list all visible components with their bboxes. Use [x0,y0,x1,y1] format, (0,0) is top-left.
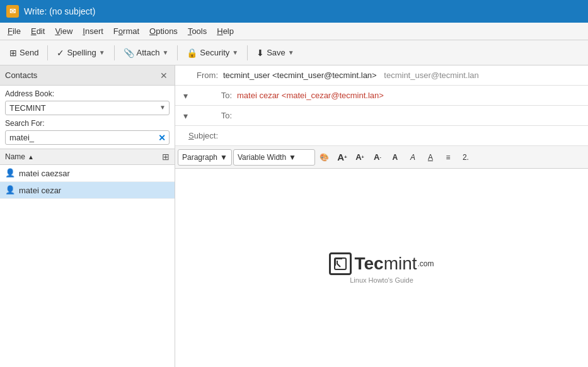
attach-dropdown-arrow: ▼ [162,49,168,56]
logo-tec: Tec [354,254,383,274]
send-button[interactable]: ⊞ Send [4,43,44,62]
numbered-list-button[interactable]: 2. [458,149,474,166]
contacts-sidebar: Contacts ✕ Address Book: TECMINT Search … [0,65,175,367]
sidebar-title: Contacts [5,71,37,80]
window-title: Write: (no subject) [24,6,95,16]
svg-rect-0 [335,258,346,269]
format-toolbar: Paragraph ▼ Variable Width ▼ 🎨 A+ A+ A- … [175,146,588,169]
to2-label: To: [194,111,232,120]
separator-1 [47,45,48,60]
add-contact-icon[interactable]: ⊞ [162,152,170,162]
search-wrapper: ✕ [0,130,175,149]
paragraph-label: Paragraph [182,153,217,162]
save-icon: ⬇ [257,48,264,58]
address-book-section: Address Book: TECMINT [0,86,175,119]
menu-edit[interactable]: Edit [26,24,50,38]
to2-field: ▾ To: [175,106,588,126]
save-dropdown-arrow: ▼ [288,49,294,56]
sidebar-close-button[interactable]: ✕ [158,70,170,81]
decrease-font-button[interactable]: A- [369,149,386,166]
logo-mint: mint [384,254,417,274]
address-book-select[interactable]: TECMINT [5,101,170,115]
font-dropdown[interactable]: Variable Width ▼ [233,149,315,166]
security-button[interactable]: 🔒 Security ▼ [181,43,244,62]
sort-icon[interactable]: ▲ [28,154,34,161]
attach-icon: 📎 [124,48,134,58]
compose-area: From: tecmint_user <tecmint_user@tecmint… [175,65,588,367]
paragraph-dropdown[interactable]: Paragraph ▼ [178,149,232,166]
search-clear-button[interactable]: ✕ [158,133,166,143]
contact-person-icon: 👤 [5,168,15,178]
from-secondary: tecmint_user@tecmint.lan [384,71,478,80]
contact-person-icon: 👤 [5,185,15,195]
separator-3 [177,45,178,60]
contact-name: matei caezsar [19,169,70,178]
search-label: Search For: [0,119,175,128]
save-button[interactable]: ⬇ Save ▼ [251,43,300,62]
increase-font-button[interactable]: A+ [352,149,368,166]
to1-expand-button[interactable]: ▾ [180,91,190,101]
menu-view[interactable]: View [50,24,78,38]
spelling-dropdown-arrow: ▼ [99,49,105,56]
to2-input[interactable] [237,111,583,120]
spelling-button[interactable]: ✓ Spelling ▼ [51,43,110,62]
menu-options[interactable]: Options [144,24,183,38]
contacts-table: Name ▲ ⊞ 👤 matei caezsar 👤 matei cezar [0,149,175,367]
name-column-header: Name [5,152,25,161]
send-icon: ⊞ [9,48,17,58]
to2-expand-button[interactable]: ▾ [180,111,190,121]
font-dropdown-arrow: ▼ [289,153,296,162]
security-icon: 🔒 [187,48,197,58]
from-display: tecmint_user <tecmint_user@tecmint.lan> [223,71,377,80]
contact-item-matei-caezsar[interactable]: 👤 matei caezsar [0,165,175,182]
to1-label: To: [194,91,232,100]
from-label: From: [180,71,218,80]
logo-icon [329,252,352,275]
address-book-select-wrapper: TECMINT [5,101,170,115]
contact-name: matei cezar [19,186,61,195]
search-input[interactable] [5,130,170,145]
title-bar: ✉ Write: (no subject) [0,0,588,23]
email-body[interactable]: Tecmint.com Linux Howto's Guide [175,169,588,367]
security-dropdown-arrow: ▼ [232,49,238,56]
spelling-icon: ✓ [57,48,64,58]
main-toolbar: ⊞ Send ✓ Spelling ▼ 📎 Attach ▼ 🔒 Securit… [0,40,588,65]
logo-svg [334,257,347,270]
font-label: Variable Width [238,153,286,162]
address-book-label: Address Book: [5,89,170,98]
sidebar-header: Contacts ✕ [0,65,175,86]
bullets-button[interactable]: ≡ [440,149,456,166]
underline-button[interactable]: A [422,149,439,166]
subject-label: Subject: [180,131,218,140]
text-color-button[interactable]: 🎨 [316,149,333,166]
logo-com: .com [418,259,434,268]
italic-button[interactable]: A [405,149,421,166]
increase-font-large-button[interactable]: A+ [334,149,350,166]
app-icon: ✉ [6,5,19,18]
separator-2 [114,45,115,60]
attach-button[interactable]: 📎 Attach ▼ [118,43,175,62]
menu-format[interactable]: Format [108,24,144,38]
contact-item-matei-cezar[interactable]: 👤 matei cezar [0,182,175,199]
to1-field: ▾ To: matei cezar <matei_cezar@tecmint.l… [175,86,588,106]
logo-tagline: Linux Howto's Guide [350,276,413,284]
from-field: From: tecmint_user <tecmint_user@tecmint… [175,65,588,86]
menu-bar: File Edit View Insert Format Options Too… [0,23,588,40]
paragraph-dropdown-arrow: ▼ [220,153,228,162]
to1-value[interactable]: matei cezar <matei_cezar@tecmint.lan> [237,91,583,100]
tecmint-logo: Tecmint.com Linux Howto's Guide [329,252,434,284]
menu-file[interactable]: File [3,24,26,38]
menu-help[interactable]: Help [212,24,239,38]
subject-field: Subject: [175,126,588,146]
main-area: Contacts ✕ Address Book: TECMINT Search … [0,65,588,367]
menu-insert[interactable]: Insert [78,24,108,38]
contacts-header: Name ▲ ⊞ [0,149,175,165]
menu-tools[interactable]: Tools [183,24,212,38]
separator-4 [247,45,248,60]
from-value: tecmint_user <tecmint_user@tecmint.lan> … [223,71,583,80]
subject-input[interactable] [223,131,583,140]
logo-main: Tecmint.com [329,252,434,275]
bold-button[interactable]: A [387,149,403,166]
